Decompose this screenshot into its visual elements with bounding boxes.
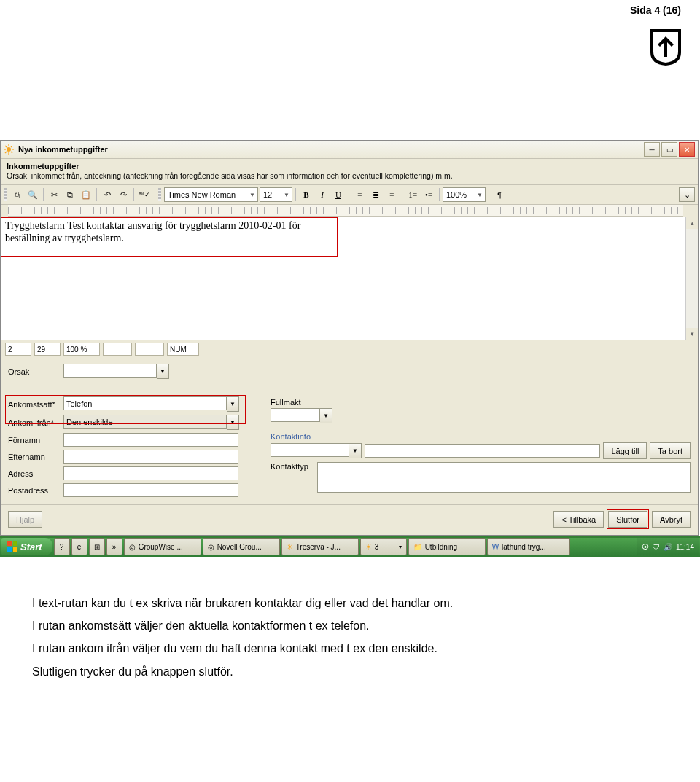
instruction-text: I text-rutan kan du t ex skriva när bruk… — [32, 593, 656, 681]
shield-logo-icon — [649, 28, 682, 67]
taskbar-item-label: GroupWise ... — [139, 543, 183, 551]
instruction-paragraph: I rutan ankom ifrån väljer du vem du haf… — [32, 638, 656, 658]
window-title: Nya inkommetuppgifter — [18, 145, 108, 154]
zoom-select[interactable]: 100%▼ — [443, 187, 486, 202]
taskbar-item-label: lathund tryg... — [502, 543, 546, 551]
zoom-value: 100% — [446, 190, 467, 199]
svg-rect-9 — [7, 541, 12, 546]
app-window: Nya inkommetuppgifter ─ ▭ ✕ Inkommetuppg… — [0, 140, 699, 536]
kontakttyp-textarea[interactable] — [317, 462, 691, 493]
editor-statusbar: 2 29 100 % NUM — [1, 340, 698, 358]
ankom-ifran-value: Den enskilde — [63, 415, 227, 429]
taskbar-item[interactable]: ◎GroupWise ... — [124, 538, 201, 555]
section-title: Inkommetuppgifter — [7, 162, 692, 171]
taskbar-item-label: Treserva - J... — [296, 543, 341, 551]
italic-button[interactable]: I — [315, 187, 330, 202]
taskbar-item[interactable]: ☀Treserva - J... — [281, 538, 359, 555]
align-left-icon[interactable]: ≡ — [352, 187, 367, 202]
svg-rect-11 — [7, 547, 12, 552]
avbryt-button[interactable]: Avbryt — [652, 511, 691, 528]
start-button[interactable]: Start — [1, 538, 52, 555]
close-button[interactable]: ✕ — [679, 142, 695, 157]
ankom-ifran-select[interactable]: Den enskilde▼ — [63, 415, 239, 430]
efternamn-input[interactable] — [63, 450, 238, 464]
tray-icon[interactable]: 🛡 — [653, 543, 660, 551]
taskbar-item[interactable]: Wlathund tryg... — [487, 538, 570, 555]
fullmakt-select[interactable]: ▼ — [271, 408, 332, 423]
status-numlock: NUM — [167, 343, 199, 356]
page-number: Sida 4 (16) — [0, 0, 700, 17]
ta-bort-button[interactable]: Ta bort — [650, 442, 691, 459]
align-center-icon[interactable]: ≣ — [368, 187, 383, 202]
paste-icon[interactable]: 📋 — [79, 187, 93, 202]
efternamn-label: Efternamn — [8, 453, 61, 461]
cut-icon[interactable]: ✂ — [47, 187, 61, 202]
slutfor-button[interactable]: Slutför — [608, 511, 648, 528]
font-size-value: 12 — [263, 190, 272, 199]
quicklaunch-more-icon[interactable]: » — [106, 538, 122, 555]
undo-icon[interactable]: ↶ — [100, 187, 114, 202]
ankomstsatt-select[interactable]: Telefon▼ — [63, 396, 239, 412]
minimize-button[interactable]: ─ — [644, 142, 660, 157]
bullet-list-icon[interactable]: •≡ — [421, 187, 436, 202]
fornamn-label: Förnamn — [8, 436, 61, 445]
preview-icon[interactable]: 🔍 — [26, 187, 40, 202]
hjalp-button[interactable]: Hjälp — [8, 511, 42, 528]
ankom-ifran-label: Ankom ifrån* — [8, 418, 61, 427]
adress-label: Adress — [8, 469, 61, 478]
status-value — [103, 343, 132, 356]
toolbar-overflow-button[interactable]: ⌄ — [679, 187, 695, 202]
kontaktinfo-input[interactable] — [365, 444, 600, 458]
svg-rect-10 — [13, 541, 18, 546]
quicklaunch-desktop-icon[interactable]: ⊞ — [89, 538, 105, 555]
copy-icon[interactable]: ⧉ — [63, 187, 77, 202]
fornamn-input[interactable] — [63, 433, 238, 447]
font-family-value: Times New Roman — [168, 190, 236, 199]
vertical-scrollbar[interactable]: ▴ ▾ — [685, 217, 698, 340]
taskbar: Start ? e ⊞ » ◎GroupWise ... ◎Novell Gro… — [0, 536, 700, 557]
taskbar-item-label: Novell Grou... — [217, 543, 262, 551]
taskbar-item[interactable]: ◎Novell Grou... — [203, 538, 280, 555]
spellcheck-icon[interactable]: ᴬᴮ✓ — [137, 187, 152, 202]
section-header: Inkommetuppgifter Orsak, inkommet från, … — [1, 159, 698, 185]
text-editor[interactable]: Trygghetslarm Test kontaktar ansvarig fö… — [1, 217, 685, 340]
kontaktinfo-select[interactable]: ▼ — [271, 443, 362, 458]
number-list-icon[interactable]: 1≡ — [405, 187, 420, 202]
taskbar-item[interactable]: ☀3▾ — [360, 538, 407, 555]
fullmakt-label: Fullmakt — [271, 398, 691, 407]
underline-button[interactable]: U — [331, 187, 346, 202]
instruction-paragraph: I text-rutan kan du t ex skriva när bruk… — [32, 593, 656, 613]
editor-toolbar: ⎙ 🔍 ✂ ⧉ 📋 ↶ ↷ ᴬᴮ✓ Times New Roman▼ 12▼ B… — [1, 185, 698, 205]
system-tray: ⦿ 🛡 🔊 11:14 — [637, 538, 699, 555]
postadress-input[interactable] — [63, 483, 238, 497]
taskbar-item[interactable]: 📁Utbildning — [408, 538, 486, 555]
kontakttyp-label: Kontakttyp — [271, 462, 314, 471]
lagg-till-button[interactable]: Lägg till — [603, 442, 647, 459]
kontaktinfo-label: Kontaktinfo — [271, 432, 691, 441]
font-size-select[interactable]: 12▼ — [260, 187, 292, 202]
maximize-button[interactable]: ▭ — [661, 142, 677, 157]
adress-input[interactable] — [63, 466, 238, 480]
font-family-select[interactable]: Times New Roman▼ — [164, 187, 258, 202]
print-icon[interactable]: ⎙ — [9, 187, 24, 202]
redo-icon[interactable]: ↷ — [116, 187, 131, 202]
scroll-down-icon[interactable]: ▾ — [686, 328, 698, 340]
tray-icon[interactable]: ⦿ — [642, 543, 649, 551]
svg-point-0 — [7, 147, 11, 152]
quicklaunch-ie-icon[interactable]: e — [71, 538, 88, 555]
instruction-paragraph: I rutan ankomstsätt väljer den aktuella … — [32, 616, 656, 636]
svg-line-6 — [11, 152, 12, 153]
orsak-label: Orsak — [8, 367, 61, 376]
orsak-select[interactable]: ▼ — [63, 364, 169, 379]
ruler — [8, 205, 683, 217]
tillbaka-button[interactable]: < Tillbaka — [553, 511, 604, 528]
tray-icon[interactable]: 🔊 — [664, 543, 672, 551]
svg-line-5 — [5, 146, 7, 147]
taskbar-item-label: 3 — [375, 543, 379, 551]
align-right-icon[interactable]: ≡ — [384, 187, 399, 202]
bold-button[interactable]: B — [299, 187, 314, 202]
pilcrow-button[interactable]: ¶ — [492, 187, 507, 202]
quicklaunch-help-icon[interactable]: ? — [54, 538, 70, 555]
tray-clock: 11:14 — [676, 543, 694, 551]
scroll-up-icon[interactable]: ▴ — [686, 217, 698, 229]
